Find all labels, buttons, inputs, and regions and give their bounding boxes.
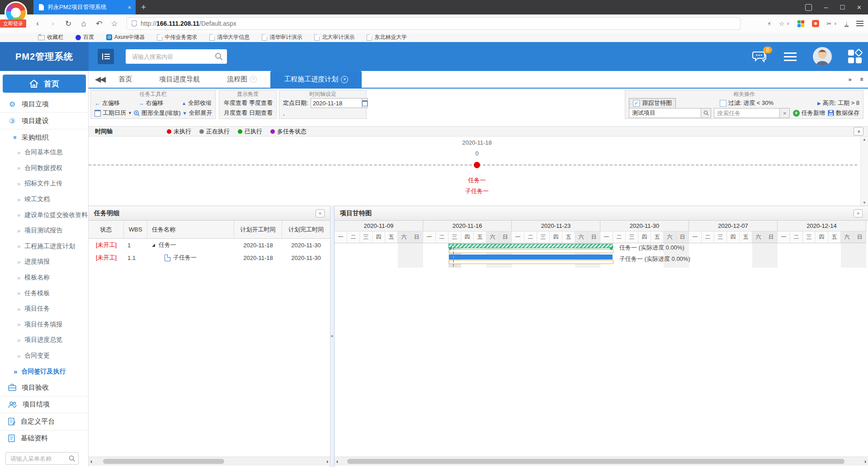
apps-grid-icon[interactable] (848, 50, 862, 63)
screenshot-scissors-icon[interactable]: ✂ (827, 20, 832, 27)
news-icon[interactable] (812, 20, 819, 27)
global-search-input[interactable] (131, 53, 215, 61)
anchor-date-input[interactable] (311, 98, 362, 108)
add-task-button[interactable]: +任务新增 (793, 109, 825, 117)
forward-icon[interactable]: › (47, 14, 59, 33)
task-name-cell[interactable]: 子任务一 (147, 254, 234, 262)
sidebar-subitem[interactable]: » 合同数据授权 (0, 160, 89, 176)
shift-left-button[interactable]: ←左偏移 (94, 99, 120, 107)
quarter-view-button[interactable]: 季度查看 (249, 99, 273, 107)
bookmark-item[interactable]: 清华大学信息 (209, 33, 250, 41)
shift-right-button[interactable]: →右偏移 (138, 99, 164, 107)
sidebar-subitem[interactable]: » 项目任务填报 (0, 317, 89, 333)
search-icon[interactable] (701, 108, 711, 118)
timeline-marker-dot[interactable] (474, 162, 480, 168)
year-view-button[interactable]: 年度查看 (224, 99, 247, 107)
task-table-hscrollbar[interactable]: ‹ › (89, 457, 330, 466)
avatar[interactable] (813, 47, 832, 66)
tab-flowchart[interactable]: 流程图× (213, 71, 270, 88)
track-gantt-toggle[interactable]: ✓ 跟踪甘特图 (629, 98, 676, 108)
bookmark-item[interactable]: 清华审计演示 (262, 33, 302, 41)
sidebar-subitem[interactable]: » 任务模板 (0, 285, 89, 301)
sidebar-toggle-button[interactable] (98, 49, 114, 64)
caret-down-icon[interactable]: ∨ (787, 21, 790, 26)
collapse-up-icon[interactable]: » (857, 77, 864, 81)
search-icon[interactable] (215, 52, 223, 61)
favorite-star-icon[interactable]: ☆ (779, 20, 784, 27)
highlight-duration-button[interactable]: ▶ 高亮: 工期 > 8 (817, 99, 859, 107)
sidebar-subitem[interactable]: » 合同签订及执行 (0, 363, 89, 379)
tab-close-icon[interactable]: × (250, 76, 257, 83)
browser-menu-icon[interactable] (856, 21, 863, 26)
tab-close-icon[interactable]: × (127, 4, 131, 11)
sidebar-item-project-construction[interactable]: ③ 项目建设 (0, 112, 89, 129)
column-header[interactable]: WBS (124, 221, 147, 238)
maximize-icon[interactable]: ☐ (840, 5, 845, 10)
day-view-button[interactable]: 日期查看 (249, 109, 273, 117)
table-row[interactable]: [未开工] 1 任务一 2020-11-18 2020-11-30 (89, 239, 330, 251)
collapse-all-button[interactable]: ▲全部收缩 (182, 99, 212, 107)
sidebar-subitem[interactable]: » 招标文件上传 (0, 176, 89, 192)
schedule-calendar-button[interactable]: 工期日历▼ (94, 109, 132, 117)
clear-icon[interactable]: × (780, 108, 790, 118)
new-tab-button[interactable]: + (141, 1, 146, 14)
sidebar-item-project-closing[interactable]: 项目结项 (0, 396, 89, 413)
task-search-input[interactable] (714, 108, 780, 118)
task-name-cell[interactable]: 任务一 (147, 241, 234, 249)
menu-search[interactable] (5, 452, 79, 465)
project-filter[interactable] (629, 108, 711, 118)
gantt-task-bar[interactable] (449, 255, 613, 259)
sidebar-item-custom-platform[interactable]: 自定义平台 (0, 413, 89, 430)
sidebar-item-base-data[interactable]: 基础资料 (0, 430, 89, 447)
panel-collapse-right-button[interactable]: » (854, 209, 863, 217)
fit-graph-button[interactable]: 图形全显(缩放) (134, 109, 181, 117)
login-badge[interactable]: 立即登录 (0, 19, 26, 28)
expand-all-button[interactable]: ▼全部展开 (183, 109, 212, 117)
bookmark-item[interactable]: Axure中继器 (106, 33, 145, 41)
home-icon[interactable]: ⌂ (78, 14, 90, 33)
sidebar-subitem[interactable]: » 建设单位提交验收资料 (0, 207, 89, 223)
date-picker-button[interactable] (362, 98, 368, 108)
caret-down-icon[interactable]: ∨ (834, 21, 837, 26)
messages-button[interactable]: 0 (752, 50, 768, 63)
tab-project-progress-nav[interactable]: 项目进度导航 (146, 71, 213, 88)
scrollbar-thumb[interactable] (347, 459, 844, 464)
scroll-right-icon[interactable]: › (864, 458, 866, 465)
sidebar-subitem[interactable]: » 竣工文档 (0, 192, 89, 208)
bookmark-item[interactable]: 收藏栏 (38, 33, 63, 41)
close-icon[interactable]: ✕ (857, 5, 862, 10)
sidebar-subitem[interactable]: » 项目测试报告 (0, 223, 89, 239)
panel-collapse-left-button[interactable]: « (316, 209, 325, 217)
sidebar-subitem[interactable]: » 进度填报 (0, 254, 89, 270)
scroll-left-icon[interactable]: ‹ (336, 458, 338, 465)
sidebar-item-project-initiation[interactable]: ⚙ 项目立项 (0, 96, 89, 112)
splitter-arrow-icon[interactable]: ◂ (330, 333, 333, 338)
sidebar-subitem[interactable]: » 工程施工进度计划 (0, 239, 89, 255)
gantt-summary-bar[interactable] (448, 244, 613, 248)
back-icon[interactable]: ‹ (32, 14, 43, 33)
sidebar-subitem[interactable]: » 合同变更 (0, 348, 89, 364)
download-icon[interactable]: ↓ (844, 20, 849, 27)
tab-close-icon[interactable]: × (341, 76, 348, 83)
address-bar[interactable]: http://166.111.208.11/Default.aspx (127, 17, 741, 30)
header-menu-icon[interactable] (784, 52, 797, 61)
sidebar-subitem[interactable]: » 合同基本信息 (0, 145, 89, 160)
column-header[interactable]: 计划完工时间 (282, 221, 330, 238)
bookmark-item[interactable]: 中传业务需求 (157, 33, 197, 41)
bookmark-item[interactable]: 东北林业大学 (367, 33, 407, 41)
scroll-down-icon[interactable]: ▼ (863, 201, 866, 205)
undo-icon[interactable]: ↶ (93, 14, 105, 33)
browser-tab[interactable]: 邦永PM2项目管理系统 × (33, 0, 136, 14)
scroll-left-icon[interactable]: ‹ (90, 458, 92, 465)
bookmark-star-icon[interactable]: ☆ (108, 14, 120, 33)
sidebar-subitem[interactable]: » 项目任务 (0, 301, 89, 317)
menu-search-input[interactable] (9, 455, 69, 462)
table-row[interactable]: [未开工] 1.1 子任务一 2020-11-18 2020-11-30 (89, 251, 330, 264)
checkbox-checked-icon[interactable]: ✓ (633, 100, 640, 107)
scrollbar-thumb[interactable] (103, 459, 224, 464)
timeline-vertical-scrollbar[interactable]: ▲ ▼ (860, 137, 868, 206)
tabs-scroll-right-icon[interactable]: » (848, 76, 851, 83)
month-view-button[interactable]: 月度查看 (224, 109, 247, 117)
extensions-grid-icon[interactable] (797, 20, 804, 27)
sidebar-item-project-acceptance[interactable]: 项目验收 (0, 379, 89, 396)
